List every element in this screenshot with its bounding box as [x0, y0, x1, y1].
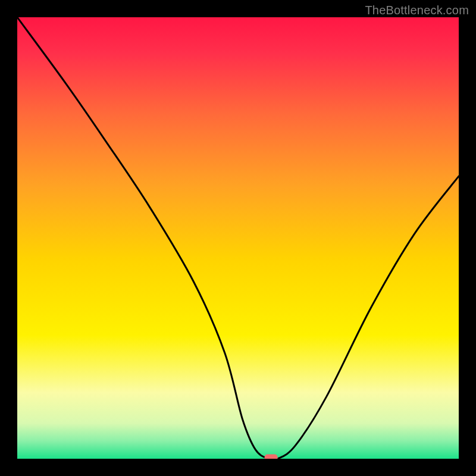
chart-svg — [17, 17, 459, 459]
plot-panel — [17, 17, 459, 459]
watermark-text: TheBottleneck.com — [365, 4, 469, 17]
gradient-background — [17, 17, 459, 459]
chart-frame: TheBottleneck.com — [0, 0, 476, 476]
optimal-marker — [265, 455, 278, 459]
